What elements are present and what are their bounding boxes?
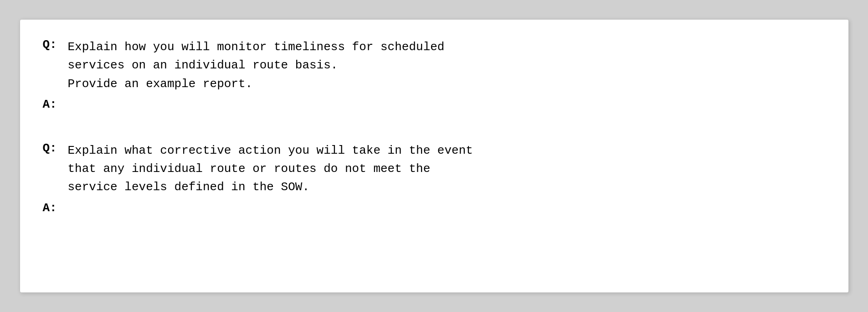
q1-label: Q: <box>43 38 68 52</box>
q2-text: Explain what corrective action you will … <box>68 141 473 197</box>
a1-label: A: <box>43 98 68 111</box>
answer-row-2: A: <box>43 201 826 215</box>
answer-row-1: A: <box>43 98 826 111</box>
question-row-1: Q: Explain how you will monitor timeline… <box>43 38 826 93</box>
q2-label: Q: <box>43 141 68 155</box>
question-row-2: Q: Explain what corrective action you wi… <box>43 141 826 197</box>
qa-block-1: Q: Explain how you will monitor timeline… <box>43 38 826 111</box>
q1-text: Explain how you will monitor timeliness … <box>68 38 445 93</box>
spacer-1 <box>43 128 826 141</box>
a2-label: A: <box>43 201 68 215</box>
main-card: Q: Explain how you will monitor timeline… <box>20 19 849 293</box>
qa-block-2: Q: Explain what corrective action you wi… <box>43 141 826 215</box>
